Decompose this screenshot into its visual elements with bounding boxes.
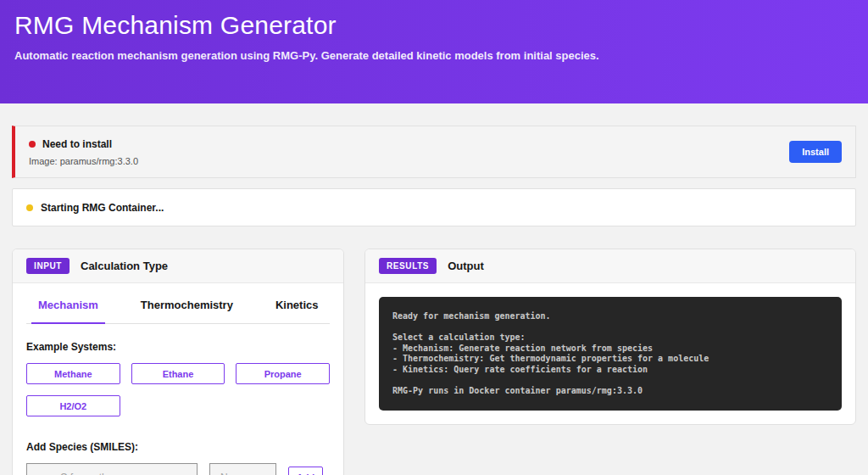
page-subtitle: Automatic reaction mechanism generation … bbox=[14, 49, 854, 62]
add-species-label: Add Species (SMILES): bbox=[26, 441, 330, 453]
app-header: RMG Mechanism Generator Automatic reacti… bbox=[0, 0, 868, 103]
smiles-input[interactable] bbox=[26, 463, 198, 475]
docker-image-label: Image: paramus/rmg:3.3.0 bbox=[29, 156, 138, 166]
input-panel-body: Mechanism Thermochemistry Kinetics Examp… bbox=[13, 283, 343, 475]
tab-thermochemistry[interactable]: Thermochemistry bbox=[134, 283, 240, 324]
example-button-ethane[interactable]: Ethane bbox=[131, 363, 225, 384]
species-name-input[interactable] bbox=[209, 463, 276, 475]
tab-kinetics[interactable]: Kinetics bbox=[269, 283, 326, 324]
page-title: RMG Mechanism Generator bbox=[14, 11, 854, 40]
example-systems-label: Example Systems: bbox=[26, 341, 330, 353]
install-banner-info: Need to install Image: paramus/rmg:3.3.0 bbox=[29, 138, 138, 166]
example-systems-grid: Methane Ethane Propane H2/O2 bbox=[26, 363, 330, 416]
install-status-text: Need to install bbox=[42, 138, 112, 150]
install-button[interactable]: Install bbox=[789, 141, 842, 163]
add-species-row: Add bbox=[26, 463, 330, 475]
panels-row: INPUT Calculation Type Mechanism Thermoc… bbox=[12, 249, 856, 475]
input-panel-title: Calculation Type bbox=[81, 260, 168, 272]
add-species-button[interactable]: Add bbox=[288, 467, 323, 475]
example-button-propane[interactable]: Propane bbox=[236, 363, 330, 384]
results-panel-title: Output bbox=[448, 260, 484, 272]
tab-mechanism[interactable]: Mechanism bbox=[31, 283, 105, 324]
input-panel: INPUT Calculation Type Mechanism Thermoc… bbox=[12, 249, 344, 475]
container-status-bar: Starting RMG Container... bbox=[12, 188, 856, 226]
results-badge: RESULTS bbox=[379, 258, 437, 274]
terminal-output: Ready for mechanism generation. Select a… bbox=[379, 297, 842, 411]
error-status-dot-icon bbox=[29, 141, 36, 148]
warning-status-dot-icon bbox=[26, 204, 33, 211]
container-status-text: Starting RMG Container... bbox=[41, 202, 164, 214]
example-button-h2o2[interactable]: H2/O2 bbox=[26, 395, 120, 416]
calculation-type-tabs: Mechanism Thermochemistry Kinetics bbox=[26, 283, 330, 324]
example-button-methane[interactable]: Methane bbox=[26, 363, 120, 384]
results-panel-body: Ready for mechanism generation. Select a… bbox=[365, 283, 855, 424]
results-panel-header: RESULTS Output bbox=[365, 249, 855, 283]
main-content: Need to install Image: paramus/rmg:3.3.0… bbox=[0, 103, 868, 475]
input-badge: INPUT bbox=[26, 258, 70, 274]
input-panel-header: INPUT Calculation Type bbox=[13, 249, 343, 283]
results-panel: RESULTS Output Ready for mechanism gener… bbox=[364, 249, 856, 425]
install-banner: Need to install Image: paramus/rmg:3.3.0… bbox=[12, 126, 856, 178]
